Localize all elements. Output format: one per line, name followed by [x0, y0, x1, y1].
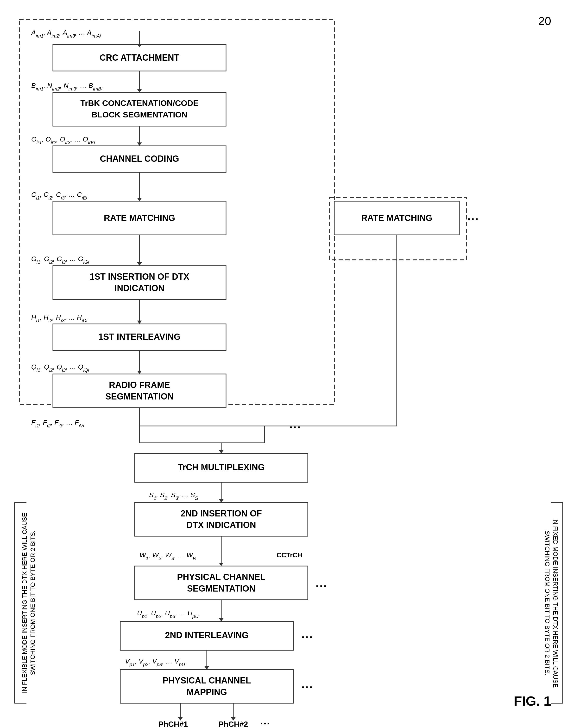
phch2-label: PhCH#2: [219, 720, 248, 728]
svg-marker-7: [137, 198, 142, 201]
dtx1-label2: INDICATION: [114, 283, 164, 293]
dtx1-label1: 1ST INSERTION OF DTX: [90, 272, 189, 282]
rate-matching2-label: RATE MATCHING: [361, 213, 433, 223]
trbk-block: [53, 93, 226, 126]
signal-a: Aim1, Aim2, Aim3, … AimAi: [31, 29, 101, 38]
phys-map-label2: MAPPING: [187, 687, 227, 697]
signal-s: S1, S2, S3, … SS: [149, 491, 198, 501]
page: 20 FIG. 1 CRC ATTACHMENT Aim1, Aim2, Aim…: [0, 0, 580, 728]
svg-marker-3: [137, 89, 142, 93]
sidebar-left-text: IN FLEXIBLE MODE INSERTING THE DTX HERE …: [5, 502, 53, 703]
svg-marker-29: [219, 618, 224, 621]
radio-frame-label2: SEGMENTATION: [105, 392, 174, 401]
signal-b: Bim1, Nim2, Nim3, … BimBi: [31, 82, 103, 92]
phys-seg-label1: PHYSICAL CHANNEL: [177, 572, 265, 582]
trbk-label1: TrBK CONCATENATION/CODE: [80, 99, 199, 108]
signal-u: Up1, Up2, Up3, … UpU: [137, 609, 199, 619]
dtx2-block: [135, 502, 308, 536]
sidebar-right-text: IN FIXED MODE INSERTING THE DTX HERE WIL…: [527, 502, 575, 703]
signal-v: Vp1, Vp2, Vp3, … VpU: [125, 657, 185, 667]
dots-interleaving2: …: [301, 627, 313, 641]
dots-rate-matching: …: [467, 209, 479, 223]
phys-seg-block: [135, 566, 308, 600]
trch-mux-label: TrCH MULTIPLEXING: [178, 462, 265, 472]
dots-radio-frame: …: [288, 417, 301, 431]
dtx2-label1: 2ND INSERTION OF: [181, 509, 262, 518]
signal-c: Ci1, Ci2, Ci3, … CiEi: [31, 191, 87, 201]
phys-seg-label2: SEGMENTATION: [187, 583, 256, 594]
dots-output: …: [260, 715, 270, 727]
interleaving2-label: 2ND INTERLEAVING: [165, 630, 248, 640]
svg-marker-11: [137, 320, 142, 324]
channel-coding-label: CHANNEL CODING: [100, 154, 179, 164]
radio-frame-block: [53, 374, 226, 408]
signal-f: Fi1, Fi2, Fi3, … FiVi: [31, 419, 84, 428]
radio-frame-label1: RADIO FRAME: [109, 380, 170, 390]
crc-label: CRC ATTACHMENT: [100, 53, 179, 62]
svg-marker-9: [137, 262, 142, 266]
signal-w: W1, W2, W3, … WR: [139, 551, 196, 561]
svg-marker-27: [219, 563, 224, 566]
rate-matching1-label: RATE MATCHING: [104, 213, 175, 223]
phys-map-block: [120, 670, 293, 703]
signal-h: Hi1, Hi2, Hi3, … HiDi: [31, 314, 87, 323]
trbk-label2: BLOCK SEGMENTATION: [91, 110, 187, 119]
dots-phys-seg: …: [315, 576, 328, 590]
dots-phys-map: …: [301, 677, 313, 691]
signal-g: Gi1, Gi2, Gi3, … GiGi: [31, 255, 89, 265]
svg-marker-13: [137, 371, 142, 374]
signal-q: Qi1, Qi2, Qi3, … QiQi: [31, 363, 89, 373]
dtx1-block: [53, 266, 226, 300]
interleaving1-label: 1ST INTERLEAVING: [98, 332, 181, 342]
signal-o: Oir1, Oir2, Oir3, … OirKi: [31, 135, 95, 145]
svg-marker-31: [204, 666, 209, 670]
svg-marker-25: [219, 499, 224, 502]
phys-map-label1: PHYSICAL CHANNEL: [163, 676, 251, 685]
dtx2-label2: DTX INDICATION: [186, 520, 256, 530]
svg-marker-5: [137, 142, 142, 146]
diagram-svg: CRC ATTACHMENT Aim1, Aim2, Aim3, … AimAi…: [0, 0, 580, 728]
svg-marker-23: [219, 450, 224, 453]
cctrch-label: CCTrCH: [277, 551, 302, 559]
phch1-label: PhCH#1: [159, 720, 188, 728]
